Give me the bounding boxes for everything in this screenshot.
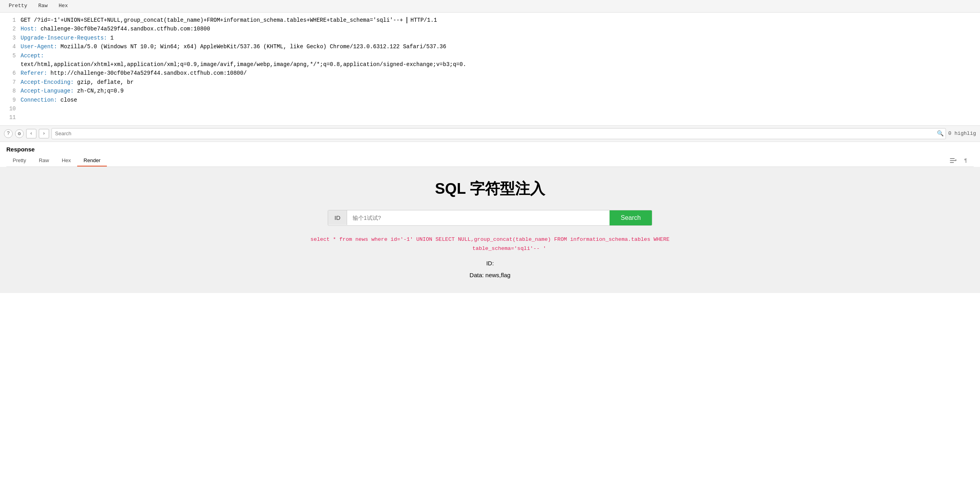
request-line-1: 1 GET /?id=-1'+UNION+SELECT+NULL,group_c…	[6, 16, 974, 25]
highlight-count: 0 highlig	[948, 130, 976, 136]
tab-pretty[interactable]: Pretty	[3, 1, 33, 11]
result-area: ID: Data: news,flag	[469, 257, 510, 281]
help-icon[interactable]: ?	[4, 129, 13, 138]
form-id-label: ID	[328, 210, 347, 225]
newline-icon[interactable]: ¶	[961, 156, 971, 165]
request-line-7: 7 Accept-Encoding: gzip, deflate, br	[6, 78, 974, 87]
result-data: Data: news,flag	[469, 269, 510, 281]
request-line-6: 6 Referer: http://challenge-30cf0be74a52…	[6, 69, 974, 78]
request-line-3: 3 Upgrade-Insecure-Requests: 1	[6, 34, 974, 42]
response-section: Response Pretty Raw Hex Render ¶	[0, 142, 980, 167]
tab-raw[interactable]: Raw	[33, 1, 53, 11]
request-line-5: 5 Accept:	[6, 51, 974, 60]
request-line-5b: text/html,application/xhtml+xml,applicat…	[6, 60, 974, 69]
search-bar: ? ⚙ ‹ › 🔍 0 highlig	[0, 126, 980, 142]
response-tabs: Pretty Raw Hex Render ¶	[6, 155, 974, 167]
sql-query-display: select * from news where id='-1' UNION S…	[310, 235, 669, 253]
request-line-10: 10	[6, 104, 974, 113]
request-tabs: Pretty Raw Hex	[0, 0, 980, 13]
response-tab-raw[interactable]: Raw	[32, 155, 55, 166]
search-input[interactable]	[51, 128, 946, 139]
svg-rect-0	[950, 158, 955, 159]
form-search-button[interactable]: Search	[610, 210, 652, 225]
svg-rect-1	[950, 160, 956, 161]
request-line-8: 8 Accept-Language: zh-CN,zh;q=0.9	[6, 87, 974, 95]
response-tab-render[interactable]: Render	[77, 155, 107, 166]
response-tab-hex[interactable]: Hex	[55, 155, 77, 166]
svg-rect-2	[950, 162, 954, 163]
response-title: Response	[6, 146, 974, 153]
request-line-4: 4 User-Agent: Mozilla/5.0 (Windows NT 10…	[6, 42, 974, 51]
tab-hex[interactable]: Hex	[53, 1, 73, 11]
wrap-icon[interactable]	[948, 156, 958, 165]
response-icons: ¶	[948, 156, 974, 165]
render-form: ID Search	[328, 210, 652, 226]
result-id: ID:	[469, 257, 510, 269]
request-line-11: 11	[6, 113, 974, 122]
form-id-input[interactable]	[347, 211, 610, 225]
render-page-title: SQL 字符型注入	[435, 179, 545, 199]
forward-button[interactable]: ›	[39, 129, 49, 138]
request-line-2: 2 Host: challenge-30cf0be74a529f44.sandb…	[6, 25, 974, 33]
response-tab-pretty[interactable]: Pretty	[6, 155, 32, 166]
request-line-9: 9 Connection: close	[6, 96, 974, 104]
search-input-wrap: 🔍	[51, 128, 946, 139]
gear-icon[interactable]: ⚙	[15, 129, 24, 138]
request-body: 1 GET /?id=-1'+UNION+SELECT+NULL,group_c…	[0, 13, 980, 126]
back-button[interactable]: ‹	[26, 129, 36, 138]
render-content-area: SQL 字符型注入 ID Search select * from news w…	[0, 167, 980, 293]
